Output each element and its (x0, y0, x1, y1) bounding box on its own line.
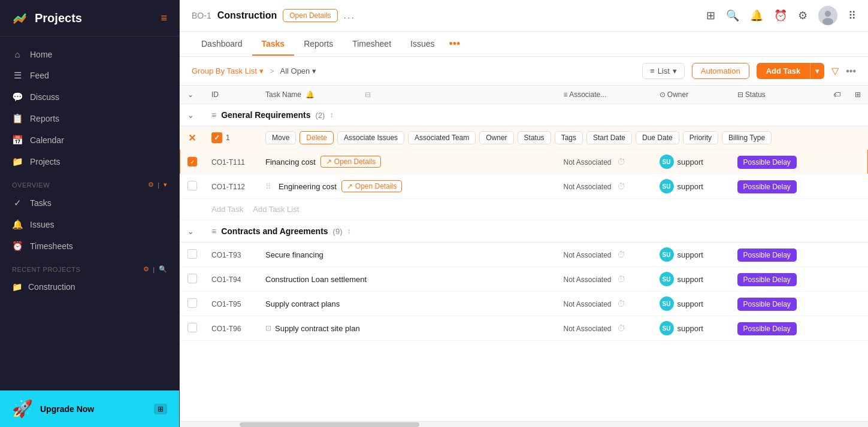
notification-icon[interactable]: 🔔 (750, 9, 763, 22)
search-icon[interactable]: 🔍 (726, 9, 739, 22)
scroll-thumb[interactable] (240, 422, 419, 427)
status-icon: ⊟ (737, 90, 743, 99)
move-button[interactable]: Move (265, 131, 296, 144)
billing-type-button[interactable]: Billing Type (722, 131, 772, 144)
user-avatar[interactable] (818, 6, 837, 25)
group-by-button[interactable]: Group By Task List ▾ (192, 66, 264, 75)
settings-icon[interactable]: ⚙ (798, 9, 807, 22)
task-checkbox[interactable] (187, 298, 197, 308)
clock-icon: ⏱ (617, 323, 625, 333)
tab-reports[interactable]: Reports (294, 33, 343, 56)
select-all-checkbox[interactable] (211, 132, 222, 143)
recent-actions: ⚙ | 🔍 (143, 265, 167, 273)
automation-button[interactable]: Automation (692, 63, 749, 79)
sort-icon[interactable]: ↕ (329, 111, 333, 119)
sidebar-item-construction[interactable]: 📁 Construction (0, 277, 179, 297)
upgrade-footer[interactable]: 🚀 Upgrade Now ⊞ (0, 390, 179, 427)
search-icon[interactable]: 🔍 (159, 265, 168, 273)
add-task-button[interactable]: Add Task (757, 63, 810, 79)
status-badge: Possible Delay (737, 298, 797, 311)
list-view-button[interactable]: ≡ List ▾ (642, 63, 685, 79)
task-table: ⌄ ID Task Name 🔔 ⊟ ≡ Associate... (180, 86, 868, 341)
add-task-list-link[interactable]: Add Task List (253, 205, 299, 214)
hamburger-icon[interactable]: ≡ (161, 12, 167, 25)
associate-value: Not Associated (564, 325, 612, 333)
task-checkbox[interactable] (187, 249, 197, 259)
col-header-check: ⌄ (180, 86, 205, 104)
tab-issues[interactable]: Issues (401, 33, 444, 56)
task-id: CO1-T112 (211, 183, 245, 191)
task-name-icon2: ⊟ (365, 90, 371, 99)
priority-button[interactable]: Priority (683, 131, 718, 144)
open-details-link[interactable]: ↗ Open Details (341, 180, 402, 192)
chevron-down-icon[interactable]: ▾ (164, 181, 168, 189)
clock-icon: ⏱ (617, 299, 625, 308)
sidebar-item-projects[interactable]: 📁 Projects (0, 151, 179, 172)
chevron-down-icon: ▾ (673, 66, 677, 75)
add-icon[interactable]: ⊞ (706, 9, 715, 22)
sidebar-item-label: Tasks (30, 198, 52, 208)
associated-team-button[interactable]: Associated Team (408, 131, 476, 144)
settings-icon[interactable]: ⚙ (148, 181, 155, 189)
task-name: Secure financing (265, 250, 323, 259)
due-date-button[interactable]: Due Date (636, 131, 679, 144)
clock-icon: ⏱ (617, 181, 625, 191)
owner-badge: SU support (660, 179, 723, 193)
group-collapse-icon[interactable]: ⌄ (187, 111, 193, 120)
tab-more-icon[interactable]: ••• (444, 32, 465, 56)
task-id: CO1-T94 (211, 275, 241, 284)
sort-icon[interactable]: ↕ (347, 227, 350, 235)
add-task-dropdown-button[interactable]: ▾ (810, 63, 824, 79)
table-row: CO1-T111 Financing cost ↗ Open Details N… (180, 150, 868, 174)
sidebar-item-feed[interactable]: ☰ Feed (0, 65, 179, 86)
task-checkbox[interactable] (187, 323, 197, 332)
status-badge: Possible Delay (737, 273, 797, 286)
status-button[interactable]: Status (518, 131, 551, 144)
sidebar-item-home[interactable]: ⌂ Home (0, 44, 179, 65)
tab-dashboard[interactable]: Dashboard (192, 33, 252, 56)
action-row: ✕ 1 Move Delete Associate Issues (180, 126, 868, 150)
group-collapse-icon[interactable]: ⌄ (187, 228, 193, 236)
more-dots-icon[interactable]: ... (344, 10, 355, 21)
expand-all-icon[interactable]: ⌄ (187, 90, 193, 99)
clock-icon: ⏱ (617, 250, 625, 259)
open-details-button[interactable]: Open Details (283, 9, 337, 22)
grid-icon[interactable]: ⠿ (848, 9, 856, 22)
tab-timesheet[interactable]: Timesheet (343, 33, 401, 56)
drag-handle-icon[interactable]: ⠿ (265, 182, 271, 191)
sidebar-item-timesheets[interactable]: ⏰ Timesheets (0, 235, 179, 257)
clock-icon[interactable]: ⏰ (774, 9, 787, 22)
filter-icon[interactable]: ▽ (831, 65, 839, 77)
clock-icon: ⏱ (617, 157, 625, 166)
filter-icon[interactable]: ⚙ (143, 265, 150, 273)
sidebar-item-discuss[interactable]: 💬 Discuss (0, 86, 179, 108)
horizontal-scrollbar[interactable] (180, 421, 868, 427)
owner-badge: SU support (660, 272, 723, 286)
sidebar-item-tasks[interactable]: ✓ Tasks (0, 192, 179, 214)
sidebar-item-calendar[interactable]: 📅 Calendar (0, 129, 179, 151)
owner-button[interactable]: Owner (479, 131, 513, 144)
group-by-label: Group By Task List (192, 66, 257, 75)
group-list-icon: ≡ (211, 226, 216, 236)
task-checkbox[interactable] (187, 157, 197, 166)
tags-button[interactable]: Tags (555, 131, 583, 144)
table-row: CO1-T112 ⠿ Engineering cost ↗ Open Detai… (180, 174, 868, 199)
owner-avatar: SU (660, 247, 674, 262)
tab-tasks[interactable]: Tasks (252, 33, 295, 56)
sidebar-item-issues[interactable]: 🔔 Issues (0, 214, 179, 235)
add-task-link[interactable]: Add Task (211, 205, 243, 214)
open-details-icon: ↗ (326, 158, 332, 166)
associate-issues-button[interactable]: Associate Issues (337, 131, 404, 144)
task-checkbox[interactable] (187, 274, 197, 283)
more-options-icon[interactable]: ••• (846, 66, 856, 77)
cancel-selection-button[interactable]: ✕ (188, 133, 196, 143)
action-id: 1 (226, 134, 230, 142)
start-date-button[interactable]: Start Date (586, 131, 632, 144)
delete-button[interactable]: Delete (300, 131, 334, 144)
task-checkbox[interactable] (187, 181, 197, 190)
open-details-link[interactable]: ↗ Open Details (320, 156, 381, 168)
sidebar-item-reports[interactable]: 📋 Reports (0, 108, 179, 129)
all-open-button[interactable]: All Open ▾ (280, 66, 316, 75)
task-name-icon: 🔔 (306, 90, 314, 99)
owner-badge: SU support (660, 247, 723, 262)
